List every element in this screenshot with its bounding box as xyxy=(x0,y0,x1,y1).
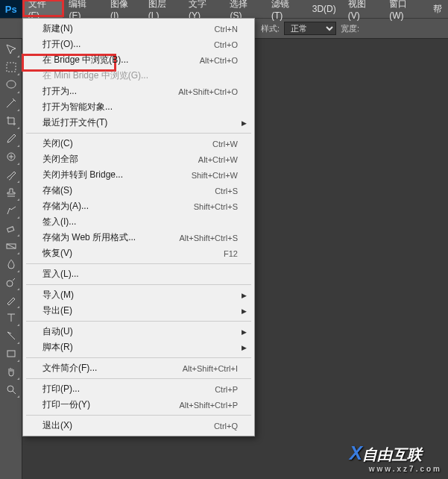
menu-滤镜[interactable]: 滤镜(T) xyxy=(265,0,306,18)
tool-wand[interactable] xyxy=(2,94,20,112)
menu-选择[interactable]: 选择(S) xyxy=(224,0,265,18)
menuitem-退出X[interactable]: 退出(X)Ctrl+Q xyxy=(25,418,253,433)
menuitem-新建N[interactable]: 新建(N)Ctrl+N xyxy=(25,21,253,37)
menu-separator xyxy=(26,415,251,416)
tool-marquee[interactable] xyxy=(2,58,20,76)
menuitem-shortcut: Ctrl+Q xyxy=(214,422,238,431)
tool-gradient[interactable] xyxy=(2,237,20,255)
menuitem-shortcut: Ctrl+O xyxy=(214,40,238,49)
svg-rect-5 xyxy=(7,351,15,357)
menuitem-label: 置入(L)... xyxy=(42,268,238,281)
menu-separator xyxy=(26,263,251,264)
tool-brush[interactable] xyxy=(2,166,20,184)
tool-path[interactable] xyxy=(2,327,20,345)
menu-图层[interactable]: 图层(L) xyxy=(142,0,183,18)
menuitem-打印P[interactable]: 打印(P)...Ctrl+P xyxy=(25,381,253,397)
menu-separator xyxy=(26,357,251,358)
menuitem-关闭并转到Bridge[interactable]: 关闭并转到 Bridge...Shift+Ctrl+W xyxy=(25,167,253,183)
style-label: 样式: xyxy=(261,23,280,34)
menu-图像[interactable]: 图像(I) xyxy=(104,0,142,18)
menu-separator xyxy=(26,284,251,285)
menuitem-关闭全部[interactable]: 关闭全部Alt+Ctrl+W xyxy=(25,151,253,167)
menuitem-shortcut: Alt+Shift+Ctrl+O xyxy=(178,87,238,96)
file-menu-dropdown: 新建(N)Ctrl+N打开(O)...Ctrl+O在 Bridge 中浏览(B)… xyxy=(22,18,255,436)
toolbar xyxy=(0,39,22,479)
menuitem-打印一份Y[interactable]: 打印一份(Y)Alt+Shift+Ctrl+P xyxy=(25,397,253,413)
tool-move[interactable] xyxy=(2,40,20,58)
menuitem-shortcut: Alt+Ctrl+O xyxy=(200,56,238,65)
menuitem-label: 导出(E) xyxy=(42,304,238,317)
menu-帮[interactable]: 帮 xyxy=(427,0,448,18)
menuitem-最近打开文件T[interactable]: 最近打开文件(T) xyxy=(25,115,253,131)
menuitem-shortcut: Alt+Shift+Ctrl+P xyxy=(179,401,238,410)
tool-stamp[interactable] xyxy=(2,184,20,201)
menuitem-脚本R[interactable]: 脚本(R) xyxy=(25,339,253,355)
tool-eraser[interactable] xyxy=(2,219,20,237)
menuitem-label: 关闭并转到 Bridge... xyxy=(42,169,192,181)
menuitem-label: 恢复(V) xyxy=(42,247,224,260)
menuitem-导入M[interactable]: 导入(M) xyxy=(25,287,253,303)
menuitem-label: 存储(S) xyxy=(42,184,215,197)
menu-文件[interactable]: 文件(F) xyxy=(22,0,63,18)
menuitem-label: 关闭(C) xyxy=(42,137,212,150)
menuitem-导出E[interactable]: 导出(E) xyxy=(25,303,253,319)
menuitem-label: 存储为 Web 所用格式... xyxy=(42,231,179,244)
menu-视图[interactable]: 视图(V) xyxy=(342,0,383,18)
menuitem-在MiniBridge中浏览G: 在 Mini Bridge 中浏览(G)... xyxy=(25,68,253,84)
menuitem-label: 脚本(R) xyxy=(42,341,238,354)
tool-heal[interactable] xyxy=(2,148,20,166)
menuitem-shortcut: Ctrl+P xyxy=(215,385,238,394)
menuitem-label: 打印一份(Y) xyxy=(42,398,179,411)
tool-hand[interactable] xyxy=(2,363,20,381)
menuitem-shortcut: Ctrl+N xyxy=(215,25,238,34)
width-label: 宽度: xyxy=(341,23,359,34)
menuitem-shortcut: Shift+Ctrl+W xyxy=(192,171,238,180)
tool-dodge[interactable] xyxy=(2,273,20,291)
tool-zoom[interactable] xyxy=(2,381,20,398)
tool-type[interactable] xyxy=(2,309,20,327)
menuitem-关闭C[interactable]: 关闭(C)Ctrl+W xyxy=(25,136,253,151)
menuitem-shortcut: Shift+Ctrl+S xyxy=(194,202,238,211)
watermark: X自由互联 www.xz7.com xyxy=(350,442,442,473)
menuitem-存储S[interactable]: 存储(S)Ctrl+S xyxy=(25,183,253,198)
menuitem-shortcut: Ctrl+W xyxy=(212,140,238,148)
tool-rect[interactable] xyxy=(2,345,20,363)
menuitem-存储为A[interactable]: 存储为(A)...Shift+Ctrl+S xyxy=(25,198,253,214)
menu-编辑[interactable]: 编辑(E) xyxy=(63,0,104,18)
menu-3d[interactable]: 3D(D) xyxy=(306,0,342,18)
menuitem-在Bridge中浏览B[interactable]: 在 Bridge 中浏览(B)...Alt+Ctrl+O xyxy=(25,52,253,68)
menuitem-文件简介F[interactable]: 文件简介(F)...Alt+Shift+Ctrl+I xyxy=(25,360,253,376)
menubar: Ps 文件(F)编辑(E)图像(I)图层(L)文字(Y)选择(S)滤镜(T)3D… xyxy=(0,0,448,18)
menuitem-label: 退出(X) xyxy=(42,419,214,432)
menuitem-签入I[interactable]: 签入(I)... xyxy=(25,214,253,230)
menu-窗口[interactable]: 窗口(W) xyxy=(383,0,427,18)
menu-文字[interactable]: 文字(Y) xyxy=(183,0,224,18)
menuitem-恢复V[interactable]: 恢复(V)F12 xyxy=(25,245,253,261)
menuitem-label: 文件简介(F)... xyxy=(42,362,183,375)
menuitem-label: 打开为智能对象... xyxy=(42,101,238,113)
style-select[interactable]: 正常 xyxy=(284,22,336,35)
svg-point-6 xyxy=(7,386,13,392)
menu-separator xyxy=(26,321,251,322)
menuitem-label: 在 Bridge 中浏览(B)... xyxy=(42,54,200,66)
menuitem-打开O[interactable]: 打开(O)...Ctrl+O xyxy=(25,37,253,52)
svg-rect-2 xyxy=(7,227,13,232)
tool-pen[interactable] xyxy=(2,291,20,309)
menuitem-存储为Web所用格式[interactable]: 存储为 Web 所用格式...Alt+Shift+Ctrl+S xyxy=(25,230,253,245)
menuitem-label: 存储为(A)... xyxy=(42,200,194,213)
tool-eyedrop[interactable] xyxy=(2,130,20,148)
svg-point-4 xyxy=(7,281,13,287)
menuitem-自动U[interactable]: 自动(U) xyxy=(25,324,253,339)
menuitem-打开为智能对象[interactable]: 打开为智能对象... xyxy=(25,99,253,115)
menuitem-label: 新建(N) xyxy=(42,22,215,35)
tool-lasso[interactable] xyxy=(2,76,20,94)
menuitem-打开为[interactable]: 打开为...Alt+Shift+Ctrl+O xyxy=(25,84,253,99)
menu-separator xyxy=(26,133,251,134)
tool-blur[interactable] xyxy=(2,255,20,273)
menuitem-label: 自动(U) xyxy=(42,325,238,338)
menuitem-置入L[interactable]: 置入(L)... xyxy=(25,266,253,282)
menuitem-shortcut: Alt+Ctrl+W xyxy=(198,155,238,164)
menuitem-shortcut: F12 xyxy=(224,249,238,258)
tool-history[interactable] xyxy=(2,201,20,219)
tool-crop[interactable] xyxy=(2,112,20,130)
